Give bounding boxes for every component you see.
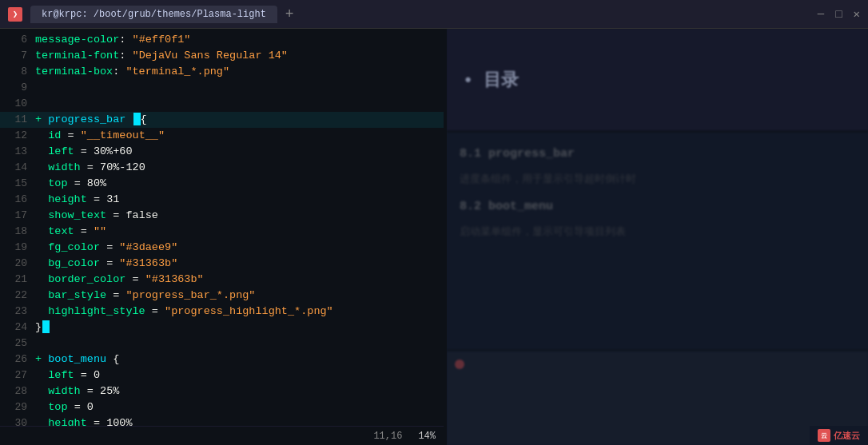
- maximize-icon[interactable]: □: [835, 8, 842, 21]
- line-20: 20 bg_color = "#31363b": [0, 256, 444, 272]
- terminal-statusbar: 11,16 14%: [0, 426, 444, 445]
- line-number: 29: [3, 399, 27, 415]
- dot-indicator-red: [455, 360, 464, 369]
- terminal-content[interactable]: 6 message-color: "#eff0f1" 7 terminal-fo…: [0, 29, 444, 426]
- line-12: 12 id = "__timeout__": [0, 128, 444, 144]
- line-number: 14: [3, 160, 27, 176]
- brand-bar: 云 亿速云: [810, 426, 868, 445]
- line-28: 28 width = 25%: [0, 383, 444, 399]
- line-21: 21 border_color = "#31363b": [0, 272, 444, 288]
- line-text: top = 80%: [35, 176, 106, 192]
- line-number: 20: [3, 256, 27, 272]
- line-number: 19: [3, 240, 27, 256]
- right-section3-title: 8.2 boot_menu: [460, 200, 855, 213]
- line-10: 10: [0, 96, 444, 112]
- line-23: 23 highlight_style = "progress_highlight…: [0, 304, 444, 320]
- line-number: 30: [3, 415, 27, 426]
- line-number: 18: [3, 224, 27, 240]
- line-text: fg_color = "#3daee9": [35, 240, 177, 256]
- line-7: 7 terminal-font: "DejaVu Sans Regular 14…: [0, 48, 444, 64]
- right-title: • 目录: [463, 68, 519, 92]
- line-text: + progress_bar {: [35, 112, 147, 128]
- line-text: highlight_style = "progress_highlight_*.…: [35, 304, 333, 320]
- terminal-icon: ❯: [8, 7, 22, 22]
- right-section2-title: 8.1 progress_bar: [460, 147, 855, 161]
- line-number: 11: [3, 112, 27, 128]
- terminal-panel: 6 message-color: "#eff0f1" 7 terminal-fo…: [0, 29, 444, 445]
- line-number: 16: [3, 192, 27, 208]
- right-section2-body: 进度条组件，用于显示引导超时倒计时: [460, 172, 855, 189]
- line-text: left = 30%+60: [35, 144, 133, 160]
- line-text: border_color = "#31363b": [35, 272, 204, 288]
- main-area: 6 message-color: "#eff0f1" 7 terminal-fo…: [0, 29, 868, 445]
- line-number: 6: [3, 32, 27, 48]
- line-14: 14 width = 70%-120: [0, 160, 444, 176]
- window-controls: ─ □ ✕: [818, 7, 860, 21]
- right-bottom-section: [447, 349, 868, 445]
- line-text: show_text = false: [35, 208, 158, 224]
- line-text: message-color: "#eff0f1": [35, 32, 190, 48]
- line-number: 8: [3, 64, 27, 80]
- line-text: terminal-box: "terminal_*.png": [35, 64, 229, 80]
- line-18: 18 text = "": [0, 224, 444, 240]
- line-17: 17 show_text = false: [0, 208, 444, 224]
- line-26: 26 + boot_menu {: [0, 352, 444, 368]
- line-9: 9: [0, 80, 444, 96]
- line-25: 25: [0, 336, 444, 352]
- minimize-icon[interactable]: ─: [818, 8, 824, 21]
- line-16: 16 height = 31: [0, 192, 444, 208]
- text-cursor: [133, 113, 141, 125]
- line-text: text = "": [35, 224, 106, 240]
- line-30: 30 height = 100%: [0, 415, 444, 426]
- line-text: terminal-font: "DejaVu Sans Regular 14": [35, 48, 288, 64]
- line-27: 27 left = 0: [0, 368, 444, 383]
- brand-badge: 云 亿速云: [818, 429, 860, 442]
- line-number: 10: [3, 96, 27, 112]
- line-text: width = 25%: [35, 383, 119, 399]
- line-number: 28: [3, 383, 27, 399]
- line-number: 26: [3, 352, 27, 368]
- line-number: 7: [3, 48, 27, 64]
- line-number: 24: [3, 320, 27, 336]
- cursor-position: 11,16: [373, 431, 402, 442]
- line-24: 24 }: [0, 320, 444, 336]
- new-tab-button[interactable]: +: [285, 6, 294, 22]
- line-text: top = 0: [35, 399, 94, 415]
- line-19: 19 fg_color = "#3daee9": [0, 240, 444, 256]
- titlebar-tab[interactable]: kr@krpc: /boot/grub/themes/Plasma-light: [30, 6, 277, 23]
- line-29: 29 top = 0: [0, 399, 444, 415]
- line-text: width = 70%-120: [35, 160, 145, 176]
- line-6: 6 message-color: "#eff0f1": [0, 32, 444, 48]
- right-top-section: • 目录: [447, 29, 868, 133]
- line-number: 25: [3, 336, 27, 352]
- line-number: 23: [3, 304, 27, 320]
- line-number: 22: [3, 288, 27, 304]
- scroll-percent: 14%: [418, 431, 436, 442]
- line-11: 11 + progress_bar {: [0, 112, 444, 128]
- titlebar: ❯ kr@krpc: /boot/grub/themes/Plasma-ligh…: [0, 0, 868, 29]
- line-number: 9: [3, 80, 27, 96]
- line-text: height = 31: [35, 192, 119, 208]
- line-text: bg_color = "#31363b": [35, 256, 177, 272]
- line-number: 27: [3, 368, 27, 383]
- line-text: }: [35, 320, 50, 336]
- right-section3-body: 启动菜单组件，显示可引导项目列表: [460, 224, 855, 241]
- line-number: 12: [3, 128, 27, 144]
- brand-name: 亿速云: [834, 430, 860, 442]
- right-panel: • 目录 8.1 progress_bar 进度条组件，用于显示引导超时倒计时 …: [447, 29, 868, 445]
- line-number: 13: [3, 144, 27, 160]
- line-text: left = 0: [35, 368, 100, 383]
- line-13: 13 left = 30%+60: [0, 144, 444, 160]
- line-8: 8 terminal-box: "terminal_*.png": [0, 64, 444, 80]
- line-text: id = "__timeout__": [35, 128, 165, 144]
- right-main-content: 8.1 progress_bar 进度条组件，用于显示引导超时倒计时 8.2 b…: [447, 133, 868, 349]
- line-number: 15: [3, 176, 27, 192]
- close-icon[interactable]: ✕: [854, 7, 860, 21]
- line-text: height = 100%: [35, 415, 133, 426]
- brand-icon: 云: [818, 429, 830, 442]
- text-cursor-2: [42, 320, 50, 333]
- line-number: 17: [3, 208, 27, 224]
- line-text: bar_style = "progress_bar_*.png": [35, 288, 255, 304]
- line-number: 21: [3, 272, 27, 288]
- line-text: + boot_menu {: [35, 352, 119, 368]
